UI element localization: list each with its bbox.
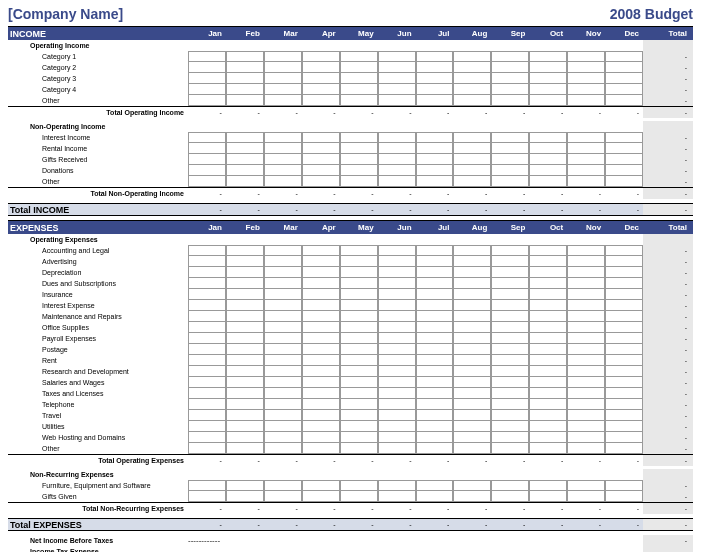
input-cell[interactable] [491, 410, 529, 421]
input-cell[interactable] [529, 300, 567, 311]
input-cell[interactable] [529, 388, 567, 399]
input-cell[interactable] [378, 267, 416, 278]
input-cell[interactable] [529, 165, 567, 176]
input-cell[interactable] [416, 289, 454, 300]
input-cell[interactable] [453, 355, 491, 366]
input-cell[interactable] [529, 311, 567, 322]
input-cell[interactable] [491, 267, 529, 278]
input-cell[interactable] [264, 322, 302, 333]
input-cell[interactable] [264, 267, 302, 278]
input-cell[interactable] [264, 410, 302, 421]
input-cell[interactable] [302, 432, 340, 443]
input-cell[interactable] [605, 143, 643, 154]
input-cell[interactable] [226, 311, 264, 322]
input-cell[interactable] [605, 73, 643, 84]
input-cell[interactable] [302, 176, 340, 187]
input-cell[interactable] [302, 95, 340, 106]
input-cell[interactable] [491, 480, 529, 491]
input-cell[interactable] [567, 95, 605, 106]
input-cell[interactable] [529, 62, 567, 73]
input-cell[interactable] [188, 377, 226, 388]
input-cell[interactable] [491, 278, 529, 289]
input-cell[interactable] [416, 73, 454, 84]
input-cell[interactable] [567, 300, 605, 311]
input-cell[interactable] [378, 388, 416, 399]
input-cell[interactable] [453, 176, 491, 187]
input-cell[interactable] [529, 245, 567, 256]
input-cell[interactable] [416, 333, 454, 344]
input-cell[interactable] [226, 154, 264, 165]
input-cell[interactable] [340, 333, 378, 344]
input-cell[interactable] [188, 300, 226, 311]
input-cell[interactable] [416, 432, 454, 443]
input-cell[interactable] [416, 165, 454, 176]
input-cell[interactable] [340, 366, 378, 377]
input-cell[interactable] [453, 322, 491, 333]
input-cell[interactable] [491, 311, 529, 322]
input-cell[interactable] [416, 278, 454, 289]
input-cell[interactable] [416, 355, 454, 366]
input-cell[interactable] [605, 344, 643, 355]
input-cell[interactable] [302, 256, 340, 267]
input-cell[interactable] [378, 366, 416, 377]
input-cell[interactable] [188, 355, 226, 366]
input-cell[interactable] [605, 51, 643, 62]
input-cell[interactable] [453, 311, 491, 322]
input-cell[interactable] [302, 322, 340, 333]
input-cell[interactable] [529, 355, 567, 366]
input-cell[interactable] [340, 278, 378, 289]
input-cell[interactable] [340, 176, 378, 187]
input-cell[interactable] [567, 443, 605, 454]
input-cell[interactable] [491, 300, 529, 311]
input-cell[interactable] [529, 154, 567, 165]
input-cell[interactable] [567, 73, 605, 84]
input-cell[interactable] [226, 377, 264, 388]
input-cell[interactable] [491, 366, 529, 377]
input-cell[interactable] [416, 267, 454, 278]
input-cell[interactable] [188, 278, 226, 289]
input-cell[interactable] [188, 421, 226, 432]
input-cell[interactable] [264, 300, 302, 311]
input-cell[interactable] [529, 256, 567, 267]
input-cell[interactable] [453, 333, 491, 344]
input-cell[interactable] [188, 256, 226, 267]
input-cell[interactable] [340, 377, 378, 388]
input-cell[interactable] [416, 245, 454, 256]
input-cell[interactable] [567, 377, 605, 388]
input-cell[interactable] [416, 480, 454, 491]
input-cell[interactable] [453, 132, 491, 143]
input-cell[interactable] [264, 432, 302, 443]
input-cell[interactable] [605, 388, 643, 399]
input-cell[interactable] [416, 344, 454, 355]
input-cell[interactable] [605, 278, 643, 289]
input-cell[interactable] [567, 410, 605, 421]
input-cell[interactable] [605, 165, 643, 176]
input-cell[interactable] [340, 355, 378, 366]
input-cell[interactable] [378, 95, 416, 106]
input-cell[interactable] [529, 322, 567, 333]
input-cell[interactable] [605, 333, 643, 344]
input-cell[interactable] [453, 289, 491, 300]
input-cell[interactable] [416, 311, 454, 322]
input-cell[interactable] [453, 399, 491, 410]
input-cell[interactable] [302, 443, 340, 454]
input-cell[interactable] [340, 300, 378, 311]
input-cell[interactable] [226, 344, 264, 355]
input-cell[interactable] [264, 256, 302, 267]
input-cell[interactable] [302, 245, 340, 256]
input-cell[interactable] [378, 289, 416, 300]
input-cell[interactable] [226, 366, 264, 377]
input-cell[interactable] [226, 62, 264, 73]
input-cell[interactable] [529, 143, 567, 154]
input-cell[interactable] [188, 267, 226, 278]
input-cell[interactable] [226, 421, 264, 432]
input-cell[interactable] [378, 300, 416, 311]
input-cell[interactable] [302, 491, 340, 502]
input-cell[interactable] [188, 399, 226, 410]
input-cell[interactable] [567, 143, 605, 154]
input-cell[interactable] [378, 245, 416, 256]
input-cell[interactable] [226, 73, 264, 84]
input-cell[interactable] [529, 84, 567, 95]
input-cell[interactable] [605, 366, 643, 377]
input-cell[interactable] [491, 344, 529, 355]
